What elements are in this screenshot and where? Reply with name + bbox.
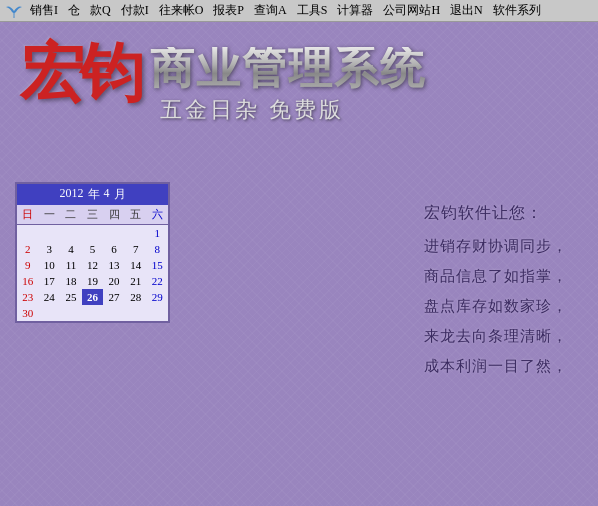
cal-empty (103, 305, 125, 321)
cal-day-27[interactable]: 27 (103, 289, 125, 305)
calendar-weekdays: 日 一 二 三 四 五 六 (17, 205, 168, 225)
cal-day-22[interactable]: 22 (146, 273, 168, 289)
weekday-sun: 日 (17, 205, 39, 224)
description-line-1: 进销存财协调同步， (424, 231, 568, 261)
cal-day-10[interactable]: 10 (39, 257, 61, 273)
cal-empty (39, 305, 61, 321)
cal-day-8[interactable]: 8 (146, 241, 168, 257)
weekday-wed: 三 (82, 205, 104, 224)
cal-day-9[interactable]: 9 (17, 257, 39, 273)
cal-day-7[interactable]: 7 (125, 241, 147, 257)
menu-accounts[interactable]: 往来帐O (155, 0, 208, 21)
cal-day-19[interactable]: 19 (82, 273, 104, 289)
cal-day-17[interactable]: 17 (39, 273, 61, 289)
calendar-month-suffix: 月 (114, 186, 126, 203)
menu-sales[interactable]: 销售I (26, 0, 62, 21)
system-title-main: 商业管理系统 (150, 47, 426, 91)
menu-payment-send[interactable]: 付款I (117, 0, 153, 21)
calendar-header: 2012 年 4 月 (17, 184, 168, 205)
calendar-month: 4 (104, 186, 110, 203)
cal-day-11[interactable]: 11 (60, 257, 82, 273)
menu-exit[interactable]: 退出N (446, 0, 487, 21)
menu-reports[interactable]: 报表P (209, 0, 248, 21)
description-line-2: 商品信息了如指掌， (424, 261, 568, 291)
main-area: 宏钧 商业管理系统 五金日杂 免费版 2012 年 4 月 日 一 二 三 四 … (0, 22, 598, 506)
calendar-year: 2012 (60, 186, 84, 203)
cal-day-16[interactable]: 16 (17, 273, 39, 289)
cal-day-20[interactable]: 20 (103, 273, 125, 289)
weekday-tue: 二 (60, 205, 82, 224)
cal-day-30[interactable]: 30 (17, 305, 39, 321)
cal-day-6[interactable]: 6 (103, 241, 125, 257)
cal-day-23[interactable]: 23 (17, 289, 39, 305)
menu-payment-receive[interactable]: 款Q (86, 0, 115, 21)
system-subtitle: 五金日杂 免费版 (150, 95, 426, 125)
cal-day-5[interactable]: 5 (82, 241, 104, 257)
cal-day-26-today[interactable]: 26 (82, 289, 104, 305)
cal-empty (125, 305, 147, 321)
description-line-3: 盘点库存如数家珍， (424, 291, 568, 321)
cal-day-29[interactable]: 29 (146, 289, 168, 305)
bird-icon (4, 2, 24, 20)
cal-empty (125, 225, 147, 241)
menu-calculator[interactable]: 计算器 (333, 0, 377, 21)
cal-day-15[interactable]: 15 (146, 257, 168, 273)
weekday-mon: 一 (39, 205, 61, 224)
menu-warehouse[interactable]: 仓 (64, 0, 84, 21)
menu-software-series[interactable]: 软件系列 (489, 0, 545, 21)
cal-day-13[interactable]: 13 (103, 257, 125, 273)
cal-day-18[interactable]: 18 (60, 273, 82, 289)
calendar-days: 1 2 3 4 5 6 7 8 9 10 11 12 13 14 15 16 1… (17, 225, 168, 321)
description-line-5: 成本利润一目了然， (424, 351, 568, 381)
cal-day-4[interactable]: 4 (60, 241, 82, 257)
menu-query[interactable]: 查询A (250, 0, 291, 21)
menubar: 销售I 仓 款Q 付款I 往来帐O 报表P 查询A 工具S 计算器 公司网站H … (0, 0, 598, 22)
menu-website[interactable]: 公司网站H (379, 0, 444, 21)
cal-day-21[interactable]: 21 (125, 273, 147, 289)
cal-empty (17, 225, 39, 241)
cal-day-14[interactable]: 14 (125, 257, 147, 273)
cal-empty (82, 225, 104, 241)
cal-day-12[interactable]: 12 (82, 257, 104, 273)
cal-day-24[interactable]: 24 (39, 289, 61, 305)
cal-day-28[interactable]: 28 (125, 289, 147, 305)
weekday-fri: 五 (125, 205, 147, 224)
cal-empty (39, 225, 61, 241)
weekday-sat: 六 (146, 205, 168, 224)
menu-tools[interactable]: 工具S (293, 0, 332, 21)
cal-day-3[interactable]: 3 (39, 241, 61, 257)
company-logo: 宏钧 (20, 42, 140, 106)
cal-empty (60, 225, 82, 241)
calendar: 2012 年 4 月 日 一 二 三 四 五 六 1 2 3 4 5 (15, 182, 170, 323)
cal-empty (60, 305, 82, 321)
weekday-thu: 四 (103, 205, 125, 224)
cal-empty (82, 305, 104, 321)
system-title: 商业管理系统 五金日杂 免费版 (150, 47, 426, 125)
cal-day-1[interactable]: 1 (146, 225, 168, 241)
calendar-year-suffix: 年 (88, 186, 100, 203)
logo-container: 宏钧 商业管理系统 五金日杂 免费版 (20, 42, 426, 125)
description-line-4: 来龙去向条理清晰， (424, 321, 568, 351)
cal-day-25[interactable]: 25 (60, 289, 82, 305)
description-title: 宏钧软件让您： (424, 197, 568, 229)
description-text: 宏钧软件让您： 进销存财协调同步， 商品信息了如指掌， 盘点库存如数家珍， 来龙… (424, 197, 568, 381)
cal-empty (146, 305, 168, 321)
cal-empty (103, 225, 125, 241)
cal-day-2[interactable]: 2 (17, 241, 39, 257)
